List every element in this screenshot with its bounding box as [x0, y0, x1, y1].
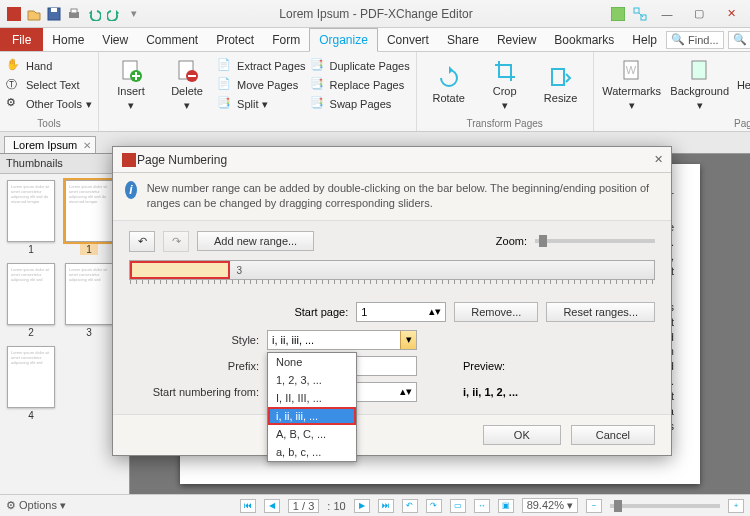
preview-value: i, ii, 1, 2, ... — [463, 386, 613, 398]
page-numbering-dialog: Page Numbering ✕ i New number range can … — [112, 146, 672, 456]
page-indicator[interactable]: 1 / 3 — [288, 499, 319, 513]
print-icon[interactable] — [66, 6, 82, 22]
qat-more-icon[interactable]: ▾ — [126, 6, 142, 22]
undo-icon[interactable] — [86, 6, 102, 22]
prev-page-button[interactable]: ◀ — [264, 499, 280, 513]
tab-review[interactable]: Review — [488, 28, 545, 51]
redo-range-button[interactable]: ↷ — [163, 231, 189, 252]
svg-rect-5 — [611, 7, 625, 21]
header-footer-button[interactable]: Header and Footer▾ — [736, 55, 750, 115]
thumbnail-2[interactable]: Lorem ipsum dolor sit amet consectetur a… — [6, 263, 56, 338]
extract-pages-button[interactable]: 📄Extract Pages — [217, 58, 305, 74]
style-opt-lower-alpha[interactable]: a, b, c, ... — [268, 443, 356, 461]
select-text-tool[interactable]: ⓉSelect Text — [6, 77, 92, 93]
start-numbering-label: Start numbering from: — [129, 386, 259, 398]
first-page-button[interactable]: ⏮ — [240, 499, 256, 513]
watermarks-button[interactable]: WWatermarks▾ — [600, 55, 664, 115]
dialog-close-icon[interactable]: ✕ — [654, 153, 663, 166]
undo-range-button[interactable]: ↶ — [129, 231, 155, 252]
resize-button[interactable]: Resize — [535, 55, 587, 115]
thumbnail-1-dup[interactable]: Lorem ipsum dolor sit amet consectetur a… — [64, 180, 114, 255]
swap-pages-button[interactable]: 📑Swap Pages — [310, 96, 410, 112]
tab-bookmarks[interactable]: Bookmarks — [545, 28, 623, 51]
tab-home[interactable]: Home — [43, 28, 93, 51]
zoom-actual-button[interactable]: ▣ — [498, 499, 514, 513]
launch-icon[interactable] — [632, 6, 648, 22]
background-icon — [688, 59, 712, 83]
tab-convert[interactable]: Convert — [378, 28, 438, 51]
thumbnail-1[interactable]: Lorem ipsum dolor sit amet consectetur a… — [6, 180, 56, 255]
ribbon: ✋Hand ⓉSelect Text ⚙Other Tools ▾ Tools … — [0, 52, 750, 132]
options-icon[interactable]: ⚙ Options ▾ — [6, 499, 66, 512]
thumbnail-3[interactable]: Lorem ipsum dolor sit amet consectetur a… — [64, 263, 114, 338]
zoom-out-button[interactable]: − — [586, 499, 602, 513]
range-segment-1[interactable]: 3 — [130, 261, 230, 279]
range-bar[interactable]: 3 — [129, 260, 655, 280]
maximize-button[interactable]: ▢ — [686, 5, 712, 23]
range-zoom-slider[interactable] — [535, 239, 655, 243]
title-bar: ▾ Lorem Ipsum - PDF-XChange Editor — ▢ ✕ — [0, 0, 750, 28]
replace-pages-button[interactable]: 📑Replace Pages — [310, 77, 410, 93]
thumbnail-4[interactable]: Lorem ipsum dolor sit amet consectetur a… — [6, 346, 56, 421]
zoom-value[interactable]: 89.42% ▾ — [522, 498, 578, 513]
tab-view[interactable]: View — [93, 28, 137, 51]
resize-icon — [549, 66, 573, 90]
fit-page-button[interactable]: ▭ — [450, 499, 466, 513]
dialog-title: Page Numbering — [137, 153, 654, 167]
svg-rect-2 — [51, 8, 57, 12]
spinner-icon[interactable]: ▴▾ — [429, 305, 441, 318]
style-opt-upper-alpha[interactable]: A, B, C, ... — [268, 425, 356, 443]
ok-button[interactable]: OK — [483, 425, 561, 445]
tab-form[interactable]: Form — [263, 28, 309, 51]
save-icon[interactable] — [46, 6, 62, 22]
other-tools[interactable]: ⚙Other Tools ▾ — [6, 96, 92, 112]
insert-pages-button[interactable]: Insert▾ — [105, 55, 157, 115]
file-tab[interactable]: File — [0, 28, 43, 51]
close-tab-icon[interactable]: ✕ — [83, 140, 91, 151]
remove-button[interactable]: Remove... — [454, 302, 538, 322]
hand-tool[interactable]: ✋Hand — [6, 58, 92, 74]
find-field[interactable]: 🔍Find... — [666, 31, 724, 49]
style-opt-none[interactable]: None — [268, 353, 356, 371]
add-range-button[interactable]: Add new range... — [197, 231, 314, 251]
tab-comment[interactable]: Comment — [137, 28, 207, 51]
minimize-button[interactable]: — — [654, 5, 680, 23]
reset-ranges-button[interactable]: Reset ranges... — [546, 302, 655, 322]
split-button[interactable]: 📑Split ▾ — [217, 96, 305, 112]
chevron-down-icon[interactable]: ▾ — [400, 331, 416, 349]
tab-protect[interactable]: Protect — [207, 28, 263, 51]
last-page-button[interactable]: ⏭ — [378, 499, 394, 513]
zoom-slider[interactable] — [610, 504, 720, 508]
style-opt-upper-roman[interactable]: I, II, III, ... — [268, 389, 356, 407]
move-pages-button[interactable]: 📄Move Pages — [217, 77, 305, 93]
zoom-in-button[interactable]: + — [728, 499, 744, 513]
fit-width-button[interactable]: ↔ — [474, 499, 490, 513]
delete-pages-button[interactable]: Delete▾ — [161, 55, 213, 115]
tab-help[interactable]: Help — [623, 28, 666, 51]
search-field[interactable]: 🔍Search... — [728, 31, 750, 49]
style-select[interactable]: i, ii, iii, ...▾ — [267, 330, 417, 350]
redo-icon[interactable] — [106, 6, 122, 22]
duplicate-pages-button[interactable]: 📑Duplicate Pages — [310, 58, 410, 74]
nav-fwd-button[interactable]: ↷ — [426, 499, 442, 513]
start-page-input[interactable]: 1▴▾ — [356, 302, 446, 322]
spinner-icon[interactable]: ▴▾ — [400, 385, 412, 398]
ui-options-icon[interactable] — [610, 6, 626, 22]
open-icon[interactable] — [26, 6, 42, 22]
style-opt-lower-roman[interactable]: i, ii, iii, ... — [268, 407, 356, 425]
document-tab[interactable]: Lorem Ipsum✕ — [4, 136, 96, 153]
tab-share[interactable]: Share — [438, 28, 488, 51]
close-button[interactable]: ✕ — [718, 5, 744, 23]
crop-button[interactable]: Crop▾ — [479, 55, 531, 115]
nav-back-button[interactable]: ↶ — [402, 499, 418, 513]
next-page-button[interactable]: ▶ — [354, 499, 370, 513]
background-button[interactable]: Background▾ — [668, 55, 732, 115]
cancel-button[interactable]: Cancel — [571, 425, 655, 445]
style-opt-123[interactable]: 1, 2, 3, ... — [268, 371, 356, 389]
status-bar: ⚙ Options ▾ ⏮ ◀ 1 / 3 : 10 ▶ ⏭ ↶ ↷ ▭ ↔ ▣… — [0, 494, 750, 516]
rotate-button[interactable]: Rotate — [423, 55, 475, 115]
text-select-icon: Ⓣ — [6, 77, 22, 93]
zoom-label: Zoom: — [496, 235, 527, 247]
svg-text:W: W — [625, 64, 636, 76]
tab-organize[interactable]: Organize — [309, 28, 378, 52]
